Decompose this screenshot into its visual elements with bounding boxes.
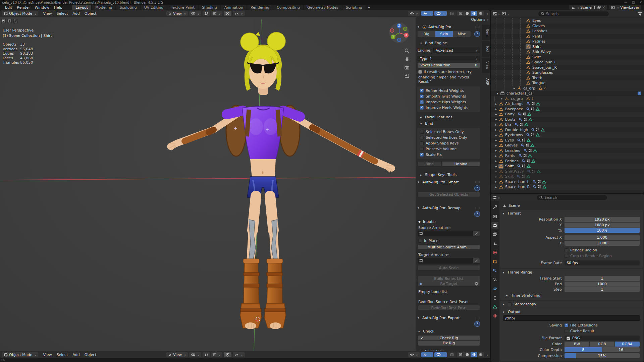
collection-checkbox[interactable] (638, 92, 641, 95)
pivot-point-dropdown[interactable] (189, 352, 201, 357)
viewport-menu-item[interactable]: Select (55, 353, 70, 357)
outliner-row[interactable]: ▸ Gloves (491, 143, 644, 148)
gear-icon[interactable] (475, 282, 478, 286)
search-input[interactable] (546, 12, 600, 16)
shading-material-icon[interactable] (471, 352, 477, 357)
menu-item[interactable]: Help (52, 5, 65, 10)
proportional-editing-toggle[interactable] (224, 11, 231, 16)
object-visibility-dropdown[interactable] (408, 11, 420, 16)
outliner-row[interactable]: ▸ Leashes (491, 148, 644, 154)
pin-icon[interactable] (593, 6, 596, 9)
help-button[interactable]: ? (474, 211, 480, 217)
color-mode-option[interactable]: BW (565, 342, 589, 347)
object-name[interactable]: Boots (505, 117, 516, 122)
type-dropdown[interactable]: Type 1 (418, 56, 480, 61)
mode-selector[interactable]: Object Mode (2, 352, 38, 357)
mesh-data-icon[interactable] (498, 127, 503, 132)
properties-search[interactable] (537, 195, 607, 200)
file-format-dropdown[interactable]: PNG (565, 336, 640, 341)
checkbox[interactable] (420, 136, 424, 139)
build-bones-list-button[interactable]: Build Bones List (418, 276, 480, 281)
mesh-data-icon[interactable] (498, 179, 503, 184)
shading-rendered-icon[interactable] (477, 11, 484, 16)
checkbox[interactable] (565, 254, 568, 258)
mesh-data-icon[interactable] (526, 18, 531, 23)
editor-type-button[interactable] (493, 195, 500, 200)
target-armature-field[interactable] (418, 258, 473, 263)
mesh-data-icon[interactable] (498, 107, 503, 111)
add-workspace-button[interactable]: + (366, 5, 373, 10)
outliner-row[interactable]: ▸ Space_bun_L (491, 179, 644, 185)
frame-rate-dropdown[interactable]: 60 fps (565, 260, 640, 265)
object-name[interactable]: Leashes (505, 148, 520, 153)
facial-features-header[interactable]: ▸ Facial Features (416, 115, 482, 120)
expand-icon[interactable]: ▸ (495, 118, 498, 121)
proportional-editing-toggle[interactable] (224, 352, 231, 357)
gizmos-toggle[interactable] (421, 352, 433, 357)
tab-material[interactable] (491, 312, 498, 319)
arp-smart-header[interactable]: ▾ Auto-Rig Pro: Smart ∷∷ (416, 179, 482, 185)
arp-remap-header[interactable]: ▾ Auto-Rig Pro: Remap ∷∷ (416, 205, 482, 210)
weight-option-row[interactable]: Improve Heels Weights (420, 105, 478, 111)
snap-settings-dropdown[interactable] (211, 11, 222, 16)
close-button[interactable]: ✕ (639, 1, 642, 4)
mesh-data-icon[interactable] (498, 138, 503, 142)
checkbox[interactable] (420, 89, 424, 93)
expand-icon[interactable]: ▸ (495, 107, 498, 111)
object-name[interactable]: Space_bun_R (532, 65, 557, 70)
help-button[interactable]: ? (474, 185, 480, 191)
workspace-tab[interactable]: Rendering (247, 5, 273, 10)
outliner-row[interactable]: ▸ Body (491, 112, 644, 117)
outliner-row[interactable]: Space_bun_R (491, 65, 644, 70)
resolution-percent-slider[interactable]: 100% (565, 228, 640, 233)
transform-orientation-dropdown[interactable]: View (166, 352, 188, 357)
object-name[interactable]: Eyes (532, 18, 541, 23)
3d-viewport[interactable]: User Perspective (1) Scene Collection | … (0, 10, 490, 362)
object-name[interactable]: Gloves (505, 143, 518, 147)
weight-option-row[interactable]: Refine Head Weights (420, 88, 478, 94)
object-name[interactable]: Shirt (532, 45, 541, 49)
breadcrumb-label[interactable]: Scene (508, 203, 520, 208)
grip-icon[interactable]: ∷∷ (476, 180, 480, 184)
mode-selector[interactable]: Object Mode (2, 11, 38, 16)
multiple-source-anim-button[interactable]: Multiple Source Anim... (418, 244, 480, 250)
outliner-row[interactable]: Tongue (491, 80, 644, 86)
viewport-menu-item[interactable]: Object (83, 353, 99, 357)
outliner-row[interactable]: Skirt (491, 55, 644, 60)
render-region-row[interactable]: Render Region (565, 247, 597, 253)
checkbox[interactable] (420, 153, 424, 157)
eyedropper-button[interactable] (473, 231, 480, 236)
workspace-tab[interactable]: Sculpting (116, 5, 140, 10)
tab-output[interactable] (491, 222, 498, 229)
arp-tab[interactable]: Misc (453, 31, 471, 37)
outliner-row[interactable]: ▸ ShirtWavy (491, 169, 644, 174)
outliner-row-collection[interactable]: ▾ character1_cs (491, 91, 644, 96)
workspace-tab[interactable]: Scripting (342, 5, 366, 10)
format-panel-header[interactable]: ▾ Format (500, 210, 643, 216)
mesh-data-icon[interactable] (498, 164, 503, 169)
mesh-data-icon[interactable] (498, 112, 503, 117)
time-stretching-header[interactable]: ▸ Time Stretching (500, 293, 643, 298)
tab-constraints[interactable] (491, 294, 498, 301)
chevron-down-icon[interactable] (485, 11, 488, 16)
expand-icon[interactable]: ▸ (495, 128, 498, 131)
bind-engine-header[interactable]: ▾ Bind Engine (416, 41, 482, 46)
output-path-field[interactable]: /tmp\ (503, 315, 640, 321)
outliner-row[interactable]: Patines (491, 39, 644, 44)
mesh-data-icon[interactable] (498, 122, 503, 127)
falloff-dropdown[interactable] (233, 11, 245, 16)
filter-button[interactable] (638, 12, 642, 16)
checkbox[interactable] (420, 130, 424, 134)
aspect-x-field[interactable]: 1.000 (565, 235, 640, 240)
object-name[interactable]: Patines (532, 39, 546, 44)
mesh-data-icon[interactable] (498, 148, 503, 153)
object-name[interactable]: Body (505, 112, 515, 116)
object-name[interactable]: Space_bun_L (532, 60, 556, 64)
arp-tab[interactable]: Rig (418, 31, 435, 37)
workspace-tab[interactable]: Shading (199, 5, 220, 10)
bone-tags-header[interactable]: ▾ Bone Tags (416, 349, 482, 351)
snap-toggle[interactable] (203, 11, 210, 16)
object-name[interactable]: cs_grp (523, 86, 535, 90)
outliner-row[interactable]: ▸ Air_bangs (491, 101, 644, 107)
object-name[interactable]: Space_bun_R (505, 185, 530, 189)
